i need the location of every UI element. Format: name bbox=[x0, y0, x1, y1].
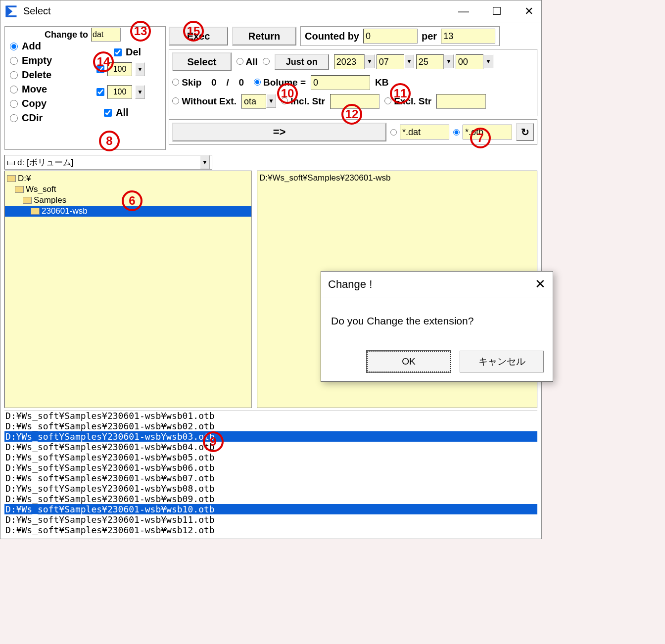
tree-item[interactable]: Samples bbox=[5, 195, 251, 206]
month-input[interactable] bbox=[377, 54, 404, 69]
counted-by-label: Counted by bbox=[305, 31, 359, 42]
excl-str-input[interactable] bbox=[436, 94, 486, 109]
maximize-button[interactable]: ☐ bbox=[488, 4, 506, 19]
file-row[interactable]: D:¥Ws_soft¥Samples¥230601-wsb¥wsb12.otb bbox=[4, 525, 537, 535]
radio-ext-dat[interactable] bbox=[390, 125, 449, 139]
skip-a: 0 bbox=[206, 77, 221, 88]
folder-icon bbox=[15, 186, 24, 193]
radio-incl-str[interactable]: Incl. Str bbox=[281, 96, 325, 107]
return-button[interactable]: Return bbox=[232, 27, 296, 46]
drive-select[interactable]: 🖴d: [ボリューム] ▼ bbox=[4, 155, 212, 170]
year-dd[interactable]: ▼ bbox=[365, 54, 375, 68]
radio-add[interactable]: Add bbox=[10, 41, 52, 52]
arrow-button[interactable]: => bbox=[172, 123, 386, 141]
radio-copy[interactable]: Copy bbox=[10, 98, 52, 109]
minimize-button[interactable]: — bbox=[454, 4, 473, 19]
spin1-dropdown[interactable]: ▼ bbox=[135, 62, 145, 76]
tree-item[interactable]: Ws_soft bbox=[5, 184, 251, 195]
radio-without-ext[interactable]: Without Ext. bbox=[172, 96, 237, 107]
file-row[interactable]: D:¥Ws_soft¥Samples¥230601-wsb¥wsb02.otb bbox=[4, 421, 537, 431]
file-row[interactable]: D:¥Ws_soft¥Samples¥230601-wsb¥wsb09.otb bbox=[4, 494, 537, 504]
radio-delete[interactable]: Delete bbox=[10, 69, 52, 81]
without-ext-input[interactable] bbox=[241, 94, 266, 109]
drive-dd[interactable]: ▼ bbox=[200, 155, 210, 169]
file-row[interactable]: D:¥Ws_soft¥Samples¥230601-wsb¥wsb01.otb bbox=[4, 411, 537, 421]
file-row[interactable]: D:¥Ws_soft¥Samples¥230601-wsb¥wsb07.otb bbox=[4, 473, 537, 483]
titlebar: Select — ☐ ✕ bbox=[0, 0, 541, 22]
file-row[interactable]: D:¥Ws_soft¥Samples¥230601-wsb¥wsb10.otb bbox=[4, 504, 537, 514]
file-row[interactable]: D:¥Ws_soft¥Samples¥230601-wsb¥wsb05.otb bbox=[4, 452, 537, 462]
dialog-ok-button[interactable]: OK bbox=[367, 351, 451, 372]
tree-item[interactable]: D:¥ bbox=[5, 173, 251, 184]
file-row[interactable]: D:¥Ws_soft¥Samples¥230601-wsb¥wsb08.otb bbox=[4, 483, 537, 494]
extension-panel: => ↻ bbox=[169, 119, 537, 145]
spin2-dropdown[interactable]: ▼ bbox=[135, 85, 145, 99]
dialog-title: Change ! bbox=[328, 278, 372, 291]
day-dd[interactable]: ▼ bbox=[444, 54, 454, 68]
app-icon bbox=[4, 4, 18, 18]
counted-panel: Counted by per bbox=[300, 26, 500, 46]
ext-dat-input[interactable] bbox=[400, 125, 449, 139]
file-list[interactable]: D:¥Ws_soft¥Samples¥230601-wsb¥wsb01.otbD… bbox=[4, 410, 537, 535]
without-ext-dd[interactable]: ▼ bbox=[266, 94, 276, 108]
radio-juston[interactable] bbox=[263, 56, 270, 67]
refresh-button[interactable]: ↻ bbox=[516, 123, 534, 141]
action-panel: Change to Add Empty Delete Move Copy CDi… bbox=[4, 26, 166, 150]
svg-rect-1 bbox=[6, 5, 17, 7]
per-label: per bbox=[422, 31, 437, 42]
radio-all[interactable]: All bbox=[237, 56, 258, 67]
year-input[interactable] bbox=[334, 54, 365, 69]
spin1-check[interactable] bbox=[96, 65, 104, 73]
ext-otb-input[interactable] bbox=[463, 125, 512, 139]
file-row[interactable]: D:¥Ws_soft¥Samples¥230601-wsb¥wsb11.otb bbox=[4, 514, 537, 525]
incl-str-input[interactable] bbox=[330, 94, 380, 109]
radio-excl-str[interactable]: Excl. Str bbox=[384, 96, 431, 107]
spin2-check[interactable] bbox=[96, 88, 104, 96]
file-row[interactable]: D:¥Ws_soft¥Samples¥230601-wsb¥wsb03.otb bbox=[4, 431, 537, 442]
dialog-message: Do you Change the extension? bbox=[321, 297, 553, 345]
select-panel: Select All Just on ▼ ▼ ▼ ▼ Skip 0 / 0 bbox=[169, 49, 537, 116]
close-button[interactable]: ✕ bbox=[521, 4, 537, 19]
dialog-cancel-button[interactable]: キャンセル bbox=[460, 351, 544, 372]
folder-tree[interactable]: D:¥ Ws_soft Samples 230601-wsb bbox=[4, 171, 252, 408]
folder-icon bbox=[7, 175, 16, 182]
change-to-label: Change to bbox=[45, 30, 88, 40]
hour-input[interactable] bbox=[456, 54, 483, 69]
window-title: Select bbox=[23, 5, 454, 17]
radio-move[interactable]: Move bbox=[10, 84, 52, 95]
select-button[interactable]: Select bbox=[172, 52, 232, 71]
kb-label: KB bbox=[375, 77, 388, 88]
month-dd[interactable]: ▼ bbox=[404, 54, 414, 68]
radio-empty[interactable]: Empty bbox=[10, 55, 52, 66]
folder-icon bbox=[31, 208, 40, 215]
file-row[interactable]: D:¥Ws_soft¥Samples¥230601-wsb¥wsb06.otb bbox=[4, 462, 537, 473]
radio-cdir[interactable]: CDir bbox=[10, 112, 52, 124]
radio-ext-otb[interactable] bbox=[453, 125, 512, 139]
radio-skip[interactable]: Skip bbox=[172, 77, 201, 88]
juston-button[interactable]: Just on bbox=[275, 54, 329, 70]
exec-button[interactable]: Exec bbox=[169, 27, 228, 46]
tree-item-selected[interactable]: 230601-wsb bbox=[5, 206, 251, 217]
dialog-close-button[interactable]: ✕ bbox=[535, 276, 546, 292]
del-checkbox[interactable]: Del bbox=[114, 46, 141, 58]
folder-icon bbox=[23, 197, 32, 204]
main-window: Select — ☐ ✕ Change to Add Empty Delete … bbox=[0, 0, 542, 539]
spin2-input[interactable] bbox=[107, 85, 132, 99]
radio-bolume[interactable]: Bolume = bbox=[254, 77, 306, 88]
all-checkbox[interactable]: All bbox=[104, 107, 129, 118]
hour-dd[interactable]: ▼ bbox=[483, 54, 493, 68]
svg-rect-2 bbox=[6, 15, 17, 17]
day-input[interactable] bbox=[416, 54, 444, 69]
spin1-input[interactable] bbox=[107, 62, 132, 76]
per-input[interactable] bbox=[441, 29, 495, 44]
change-dialog: Change ! ✕ Do you Change the extension? … bbox=[321, 271, 553, 382]
skip-b: 0 bbox=[234, 77, 249, 88]
counted-by-input[interactable] bbox=[363, 29, 418, 44]
change-to-input[interactable] bbox=[91, 28, 121, 42]
bolume-input[interactable] bbox=[311, 75, 370, 90]
file-row[interactable]: D:¥Ws_soft¥Samples¥230601-wsb¥wsb04.otb bbox=[4, 442, 537, 452]
